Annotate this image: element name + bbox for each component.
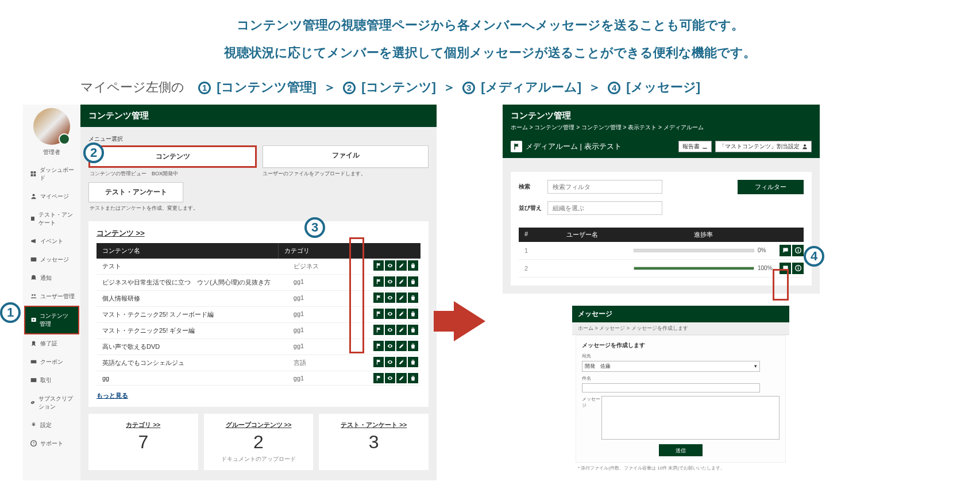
info-icon[interactable] bbox=[792, 245, 804, 256]
mediaroom-icon[interactable] bbox=[373, 276, 384, 287]
delete-icon[interactable] bbox=[408, 260, 418, 271]
avatar[interactable] bbox=[33, 108, 70, 145]
mediaroom-icon[interactable] bbox=[373, 292, 384, 303]
stat-group[interactable]: グループコンテンツ >> 2 ドキュメントのアップロード bbox=[204, 414, 314, 470]
view-icon[interactable] bbox=[385, 325, 395, 335]
delete-icon[interactable] bbox=[408, 309, 418, 319]
intro-line-2: 視聴状況に応じてメンバーを選択して個別メッセージが送ることができる便利な機能です… bbox=[23, 39, 957, 67]
mediaroom-icon[interactable] bbox=[373, 309, 384, 319]
stat-category[interactable]: カテゴリ >> 7 bbox=[88, 414, 198, 470]
nav-settings[interactable]: 設定 bbox=[23, 416, 80, 434]
sidebar: 管理者 ダッシュボード マイページ テスト・アンケート イベント メッセージ 通… bbox=[23, 105, 80, 480]
role-label: 管理者 bbox=[23, 148, 80, 156]
mediaroom-icon[interactable] bbox=[373, 357, 384, 367]
nav-support[interactable]: ?サポート bbox=[23, 434, 80, 453]
bc-p4: [メッセージ] bbox=[626, 80, 700, 94]
callout-1: 1 bbox=[0, 302, 21, 323]
nav-dashboard[interactable]: ダッシュボード bbox=[23, 161, 80, 187]
progress-bar bbox=[634, 249, 754, 252]
section-contents-title[interactable]: コンテンツ >> bbox=[97, 228, 420, 238]
nav-users[interactable]: ユーザー管理 bbox=[23, 287, 80, 306]
nav-mypage[interactable]: マイページ bbox=[23, 187, 80, 206]
more-link[interactable]: もっと見る bbox=[97, 391, 128, 400]
mediaroom-icon[interactable] bbox=[373, 373, 384, 383]
view-icon[interactable] bbox=[385, 373, 395, 383]
table-row: gg gg1 bbox=[97, 371, 420, 386]
cell-name[interactable]: テスト bbox=[97, 259, 288, 274]
mediaroom-icon[interactable] bbox=[373, 260, 384, 271]
menu-select-label: メニュー選択 bbox=[88, 135, 429, 143]
svg-rect-0 bbox=[31, 171, 33, 174]
view-icon[interactable] bbox=[385, 309, 395, 319]
edit-icon[interactable] bbox=[396, 276, 407, 287]
nav-event[interactable]: イベント bbox=[23, 232, 80, 251]
nav-cert[interactable]: 修了証 bbox=[23, 334, 80, 353]
filter-button[interactable]: フィルター bbox=[738, 180, 804, 194]
th-category: カテゴリ bbox=[278, 243, 358, 259]
delete-icon[interactable] bbox=[408, 276, 418, 287]
edit-icon[interactable] bbox=[396, 341, 407, 351]
message-icon[interactable] bbox=[780, 263, 791, 274]
menu-test-button[interactable]: テスト・アンケート bbox=[88, 182, 183, 202]
cell-name[interactable]: マスト・テクニック25! ギター編 bbox=[97, 323, 288, 338]
report-button[interactable]: 報告書 bbox=[678, 141, 712, 152]
arrow-icon bbox=[454, 301, 485, 341]
msg-send-button[interactable]: 送信 bbox=[659, 444, 703, 456]
view-icon[interactable] bbox=[385, 357, 395, 367]
edit-icon[interactable] bbox=[396, 373, 407, 383]
view-icon[interactable] bbox=[385, 260, 395, 271]
msg-subject-input[interactable] bbox=[582, 383, 760, 392]
table-row: ビジネスや日常生活で役に立つ ウソ(人間心理)の見抜き方 gg1 bbox=[97, 275, 420, 291]
cell-name[interactable]: 個人情報研修 bbox=[97, 291, 288, 306]
cell-name[interactable]: マスト・テクニック25! スノーボード編 bbox=[97, 307, 288, 322]
msg-body-textarea[interactable] bbox=[601, 396, 780, 440]
th-progress: 進捗率 bbox=[631, 228, 776, 242]
edit-icon[interactable] bbox=[396, 357, 407, 367]
media-room-title: メディアルーム | 表示テスト bbox=[511, 141, 622, 152]
message-icon[interactable] bbox=[780, 245, 791, 256]
nav-notify[interactable]: 通知 bbox=[23, 269, 80, 287]
delete-icon[interactable] bbox=[408, 292, 418, 303]
cell-category: gg1 bbox=[288, 291, 371, 306]
mediaroom-icon[interactable] bbox=[373, 341, 384, 351]
cell-name[interactable]: gg bbox=[97, 371, 288, 385]
edit-icon[interactable] bbox=[396, 325, 407, 335]
info-icon[interactable] bbox=[792, 263, 804, 274]
edit-icon[interactable] bbox=[396, 309, 407, 319]
nav-test[interactable]: テスト・アンケート bbox=[23, 206, 80, 232]
msg-subject-label: 件名 bbox=[582, 375, 601, 382]
stat-test[interactable]: テスト・アンケート >> 3 bbox=[319, 414, 429, 470]
user-row: 2 100% bbox=[519, 260, 804, 278]
svg-rect-2 bbox=[31, 174, 33, 176]
menu-file-button[interactable]: ファイル bbox=[263, 145, 429, 168]
menu-contents-button[interactable]: コンテンツ bbox=[88, 145, 257, 168]
edit-icon[interactable] bbox=[396, 260, 407, 271]
view-icon[interactable] bbox=[385, 276, 395, 287]
msg-to-select[interactable]: 開発 佐藤▾ bbox=[582, 361, 760, 372]
nav-coupon[interactable]: クーポン bbox=[23, 353, 80, 371]
nav-transaction[interactable]: 取引 bbox=[23, 371, 80, 390]
bc-sep: ＞ bbox=[323, 80, 336, 94]
cell-name[interactable]: 高い声で歌えるDVD bbox=[97, 339, 288, 355]
search-input[interactable] bbox=[547, 180, 662, 194]
edit-icon[interactable] bbox=[396, 292, 407, 303]
nav-message[interactable]: メッセージ bbox=[23, 251, 80, 269]
nav-subscription[interactable]: サブスクリプション bbox=[23, 390, 80, 416]
view-icon[interactable] bbox=[385, 292, 395, 303]
svg-rect-19 bbox=[797, 250, 798, 252]
delete-icon[interactable] bbox=[408, 357, 418, 367]
nav-contents[interactable]: コンテンツ管理 bbox=[24, 306, 79, 334]
view-icon[interactable] bbox=[385, 341, 395, 351]
sort-select[interactable] bbox=[547, 201, 662, 215]
cell-name[interactable]: 英語なんでもコンシェルジュ bbox=[97, 355, 288, 371]
svg-rect-22 bbox=[797, 268, 798, 270]
delete-icon[interactable] bbox=[408, 341, 418, 351]
delete-icon[interactable] bbox=[408, 373, 418, 383]
delete-icon[interactable] bbox=[408, 325, 418, 335]
bc-p1: [コンテンツ管理] bbox=[217, 80, 317, 94]
assign-button[interactable]: 「マストコンテンツ」割当設定 bbox=[715, 141, 812, 152]
mediaroom-icon[interactable] bbox=[373, 325, 384, 335]
flag-icon bbox=[511, 141, 522, 152]
content-header: コンテンツ管理 bbox=[80, 105, 437, 127]
cell-name[interactable]: ビジネスや日常生活で役に立つ ウソ(人間心理)の見抜き方 bbox=[97, 275, 288, 290]
